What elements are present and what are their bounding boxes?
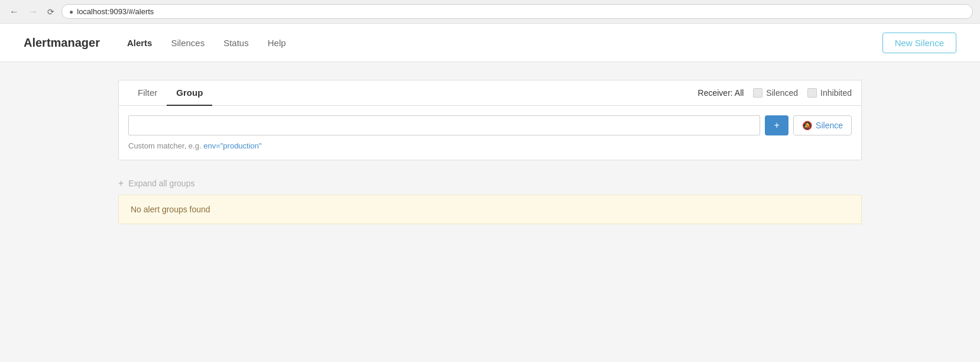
- silence-button[interactable]: 🔕 Silence: [793, 115, 852, 135]
- silenced-checkbox[interactable]: [753, 88, 762, 98]
- inhibited-checkbox-group[interactable]: Inhibited: [807, 88, 852, 98]
- app-nav: Alerts Silences Status Help: [118, 24, 296, 62]
- browser-bar: ← → ⟳ ● localhost:9093/#/alerts: [0, 0, 980, 24]
- app-header: Alertmanager Alerts Silences Status Help…: [0, 24, 980, 62]
- expand-plus-icon: +: [118, 178, 124, 189]
- inhibited-checkbox[interactable]: [807, 88, 817, 98]
- silenced-label: Silenced: [766, 88, 798, 98]
- filter-panel: Filter Group Receiver: All Silenced Inhi…: [118, 80, 862, 160]
- silence-btn-label: Silence: [816, 121, 843, 130]
- filter-input[interactable]: [128, 115, 760, 135]
- url-bar[interactable]: ● localhost:9093/#/alerts: [61, 4, 973, 19]
- helper-text: Custom matcher, e.g. env="production": [128, 141, 852, 150]
- tab-filter[interactable]: Filter: [128, 80, 167, 106]
- add-filter-button[interactable]: +: [765, 115, 788, 135]
- main-content: Filter Group Receiver: All Silenced Inhi…: [0, 62, 980, 362]
- nav-silences[interactable]: Silences: [161, 24, 214, 62]
- filter-right: Receiver: All Silenced Inhibited: [698, 88, 852, 98]
- new-silence-button[interactable]: New Silence: [882, 33, 956, 53]
- expand-all-label: Expand all groups: [128, 179, 194, 188]
- inhibited-label: Inhibited: [820, 88, 852, 98]
- filter-input-row: + 🔕 Silence: [128, 115, 852, 135]
- silenced-checkbox-group[interactable]: Silenced: [753, 88, 798, 98]
- forward-button[interactable]: →: [26, 5, 40, 18]
- nav-status[interactable]: Status: [214, 24, 258, 62]
- url-text: localhost:9093/#/alerts: [77, 7, 154, 16]
- lock-icon: ●: [69, 8, 73, 16]
- no-alerts-box: No alert groups found: [118, 195, 862, 224]
- filter-tabs: Filter Group Receiver: All Silenced Inhi…: [119, 80, 861, 106]
- nav-help[interactable]: Help: [258, 24, 296, 62]
- silence-icon: 🔕: [802, 121, 812, 130]
- app-logo: Alertmanager: [24, 36, 100, 50]
- tab-group[interactable]: Group: [167, 80, 212, 106]
- nav-alerts[interactable]: Alerts: [118, 24, 162, 62]
- refresh-button[interactable]: ⟳: [45, 6, 57, 18]
- no-alerts-message: No alert groups found: [131, 205, 210, 214]
- helper-prefix: Custom matcher, e.g.: [128, 141, 202, 150]
- back-button[interactable]: ←: [7, 5, 21, 18]
- receiver-label: Receiver: All: [698, 88, 744, 98]
- filter-body: + 🔕 Silence Custom matcher, e.g. env="pr…: [119, 106, 861, 160]
- helper-example: env="production": [203, 141, 262, 150]
- expand-all-row[interactable]: + Expand all groups: [118, 172, 862, 195]
